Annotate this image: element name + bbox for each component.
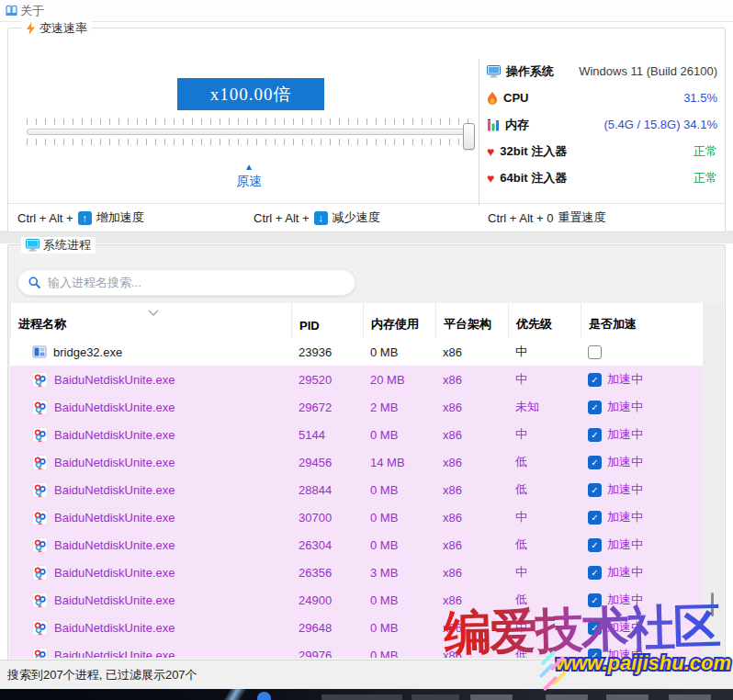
process-row[interactable]: BaiduNetdiskUnite.exe 29648 0 MB x86 中 ✓… [10, 614, 703, 641]
info-label: ♥ 32bit 注入器 [487, 143, 567, 160]
accelerate-cell [581, 345, 703, 359]
baidu-netdisk-icon [32, 565, 48, 581]
process-row[interactable]: BaiduNetdiskUnite.exe 28844 0 MB x86 低 ✓… [10, 476, 703, 503]
sort-chevron-icon[interactable] [148, 305, 159, 319]
accelerate-checkbox[interactable]: ✓ [588, 456, 602, 469]
shortcut-label: 减少速度 [333, 209, 380, 226]
taskbar-fragment [321, 694, 402, 700]
slider-handle[interactable] [463, 123, 475, 150]
column-header-arch[interactable]: 平台架构 [435, 303, 508, 338]
accelerate-checkbox[interactable] [588, 345, 602, 359]
process-row[interactable]: BaiduNetdiskUnite.exe 29456 14 MB x86 低 … [10, 448, 703, 476]
accelerate-checkbox[interactable]: ✓ [588, 483, 602, 497]
process-priority: 低 [508, 454, 581, 470]
process-memory: 0 MB [363, 538, 435, 552]
process-priority: 低 [508, 536, 581, 553]
process-name: BaiduNetdiskUnite.exe [54, 483, 175, 497]
accelerate-label: 加速中 [607, 647, 643, 658]
process-row[interactable]: BaiduNetdiskUnite.exe 29672 2 MB x86 未知 … [10, 393, 703, 421]
system-info-row: ♥ 32bit 注入器 正常 [487, 138, 717, 164]
process-arch: x86 [435, 428, 508, 442]
heart-icon: ♥ [487, 145, 494, 158]
process-pid: 29976 [291, 649, 363, 659]
process-row[interactable]: BaiduNetdiskUnite.exe 29520 20 MB x86 中 … [10, 366, 703, 393]
accelerate-checkbox[interactable]: ✓ [588, 373, 602, 387]
accelerate-checkbox[interactable]: ✓ [588, 401, 602, 414]
process-row[interactable]: BaiduNetdiskUnite.exe 29976 0 MB x86 低 ✓… [10, 641, 703, 658]
process-name: BaiduNetdiskUnite.exe [54, 566, 175, 580]
table-body: bridge32.exe 23936 0 MB x86 中 BaiduNetdi… [10, 338, 703, 658]
slider-groove[interactable] [27, 129, 473, 135]
accelerate-checkbox[interactable]: ✓ [588, 621, 602, 635]
process-row[interactable]: BaiduNetdiskUnite.exe 30700 0 MB x86 中 ✓… [10, 503, 703, 531]
speed-rate-panel-title: 变速速率 [21, 20, 92, 37]
info-label-text: CPU [503, 91, 528, 105]
baidu-netdisk-icon [32, 648, 48, 659]
accelerate-checkbox[interactable]: ✓ [588, 593, 602, 607]
speed-multiplier-button[interactable]: x100.00倍 [177, 78, 324, 110]
column-header-accelerated[interactable]: 是否加速 [581, 303, 703, 338]
info-label: CPU [487, 91, 528, 105]
process-memory: 3 MB [363, 566, 435, 580]
process-arch: x86 [435, 511, 508, 525]
column-header-memory[interactable]: 内存使用 [363, 303, 435, 338]
accelerate-checkbox[interactable]: ✓ [588, 511, 602, 525]
origin-speed-label: 原速 [223, 175, 275, 187]
process-memory: 0 MB [363, 649, 435, 659]
accelerate-label: 加速中 [607, 564, 643, 581]
system-info-row: 内存 (5.4G / 15.8G) 34.1% [487, 111, 717, 138]
accelerate-checkbox[interactable]: ✓ [588, 428, 602, 442]
accelerate-checkbox[interactable]: ✓ [588, 538, 602, 552]
column-header-pid[interactable]: PID [291, 303, 363, 338]
process-arch: x86 [435, 373, 508, 387]
shortcut-keys: Ctrl + Alt + [254, 211, 310, 225]
process-memory: 0 MB [363, 621, 435, 635]
process-row[interactable]: BaiduNetdiskUnite.exe 24900 0 MB x86 低 ✓… [10, 586, 703, 614]
process-priority: 低 [508, 592, 581, 608]
process-pid: 29456 [291, 456, 363, 469]
info-label-text: 内存 [505, 117, 529, 133]
process-row[interactable]: bridge32.exe 23936 0 MB x86 中 [10, 338, 703, 366]
process-search-input[interactable] [46, 275, 325, 290]
process-search-box[interactable] [17, 269, 355, 296]
process-name-cell: BaiduNetdiskUnite.exe [10, 455, 291, 470]
process-name-cell: bridge32.exe [10, 344, 291, 359]
process-row[interactable]: BaiduNetdiskUnite.exe 26304 0 MB x86 低 ✓… [10, 531, 703, 559]
process-arch: x86 [435, 456, 508, 469]
info-label-text: 64bit 注入器 [500, 170, 567, 186]
speed-slider[interactable] [27, 119, 473, 152]
process-table: 进程名称 PID 内存使用 平台架构 优先级 是否加速 bridge32.exe… [10, 303, 703, 658]
speed-rate-panel: 变速速率 x100.00倍 ▲ 原速 操作系统 Windows 11 (Buil… [7, 28, 726, 232]
window-app-icon [32, 344, 47, 359]
accelerate-checkbox[interactable]: ✓ [588, 649, 602, 659]
process-name-cell: BaiduNetdiskUnite.exe [10, 427, 291, 443]
process-pid: 24900 [291, 593, 363, 607]
baidu-netdisk-icon [32, 482, 48, 498]
flame-icon [487, 92, 498, 105]
process-arch: x86 [435, 621, 508, 635]
baidu-netdisk-icon [32, 400, 48, 415]
table-scrollbar[interactable] [703, 303, 724, 659]
info-label-text: 操作系统 [506, 63, 554, 80]
process-row[interactable]: BaiduNetdiskUnite.exe 26356 3 MB x86 中 ✓… [10, 559, 703, 586]
menu-about-label: 关于 [20, 3, 44, 19]
process-arch: x86 [435, 566, 508, 580]
info-label: 内存 [487, 117, 529, 133]
process-memory: 0 MB [363, 345, 435, 359]
info-label: ♥ 64bit 注入器 [487, 170, 567, 186]
info-value: 正常 [694, 170, 717, 186]
search-icon [28, 277, 40, 288]
scrollbar-thumb[interactable] [711, 593, 714, 616]
process-priority: 未知 [508, 399, 581, 415]
process-row[interactable]: BaiduNetdiskUnite.exe 5144 0 MB x86 中 ✓ … [10, 421, 703, 448]
process-arch: x86 [435, 401, 508, 414]
process-name-cell: BaiduNetdiskUnite.exe [10, 482, 291, 498]
accelerate-checkbox[interactable]: ✓ [588, 566, 602, 580]
accelerate-cell: ✓ 加速中 [581, 426, 703, 443]
baidu-netdisk-icon [32, 537, 48, 553]
shortcuts-bar: Ctrl + Alt + ↑ 增加速度 Ctrl + Alt + ↓ 减少速度 … [8, 203, 725, 231]
process-memory: 0 MB [363, 593, 435, 607]
menu-item-about[interactable]: 关于 [0, 0, 50, 21]
process-memory: 2 MB [363, 401, 435, 414]
column-header-priority[interactable]: 优先级 [508, 303, 581, 338]
